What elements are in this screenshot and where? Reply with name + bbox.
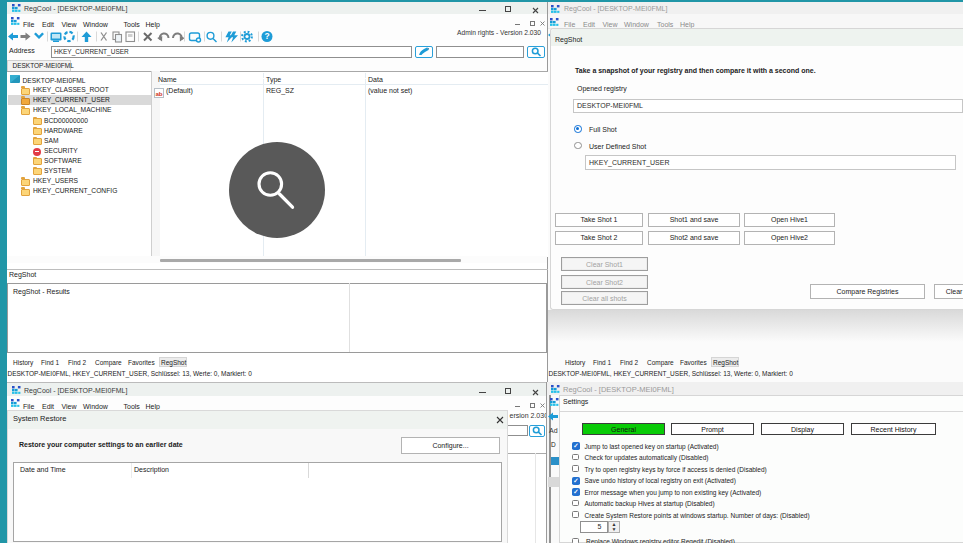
svg-text:?: ? xyxy=(264,31,269,41)
svg-text:ab: ab xyxy=(155,89,162,96)
